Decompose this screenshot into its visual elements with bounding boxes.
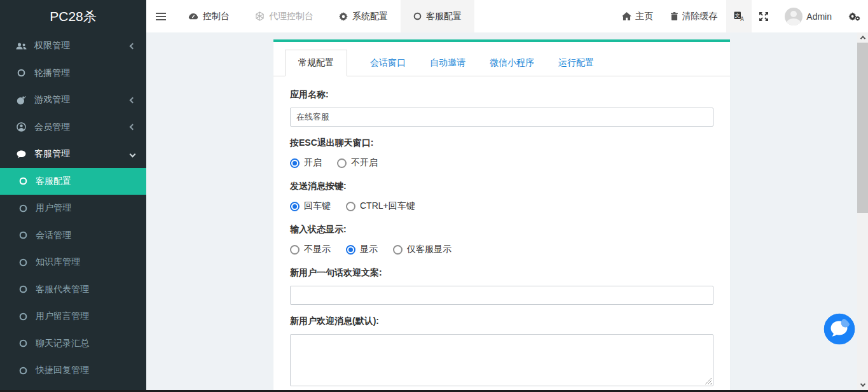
- sidebar-item-quick-replies[interactable]: 快捷回复管理: [0, 357, 146, 384]
- sidebar-item-games[interactable]: 游戏管理: [0, 87, 146, 114]
- sidebar-item-members[interactable]: 会员管理: [0, 114, 146, 141]
- vertical-scrollbar[interactable]: [857, 32, 868, 390]
- comment-icon: [14, 150, 28, 158]
- sidebar-item-cs-config[interactable]: 客服配置: [0, 168, 146, 195]
- sidebar-item-label: 会员管理: [34, 122, 70, 133]
- sidebar-item-label: 游戏管理: [34, 94, 70, 106]
- sidebar-item-label: 轮播管理: [34, 67, 70, 79]
- topbar-tab-dashboard[interactable]: 控制台: [176, 0, 242, 32]
- bomb-icon: [14, 95, 28, 105]
- circle-o-icon: [17, 339, 29, 347]
- radio-typing-cs-only[interactable]: 仅客服显示: [393, 244, 451, 255]
- one-line-welcome-label: 新用户一句话欢迎文案:: [290, 267, 713, 279]
- scrollbar-thumb[interactable]: [857, 43, 868, 213]
- sidebar-item-knowledge-base[interactable]: 知识库管理: [0, 249, 146, 276]
- language-switch-button[interactable]: 文A: [726, 0, 752, 32]
- app-name-input[interactable]: [290, 108, 713, 127]
- tab-chat-window[interactable]: 会话窗口: [369, 50, 407, 76]
- sidebar-item-user-messages[interactable]: 用户留言管理: [0, 303, 146, 330]
- radio-enter-key[interactable]: 回车键: [290, 200, 331, 212]
- scroll-down-arrow-icon[interactable]: [857, 380, 868, 390]
- one-line-welcome-group: 新用户一句话欢迎文案:: [290, 267, 713, 305]
- sidebar-item-label: 客服配置: [36, 176, 71, 187]
- clear-cache-label: 清除缓存: [682, 11, 717, 22]
- radio-icon: [290, 158, 300, 168]
- chat-widget-button[interactable]: [823, 312, 856, 346]
- circle-o-icon: [17, 231, 29, 239]
- hamburger-icon[interactable]: [146, 0, 176, 32]
- app-name-label: 应用名称:: [290, 89, 713, 101]
- avatar: [785, 8, 803, 25]
- settings-card: 常规配置 会话窗口 自动邀请 微信小程序 运行配置 应用名称: 按ESC退出聊天…: [273, 39, 730, 390]
- circle-o-icon: [413, 12, 422, 20]
- username: Admin: [806, 11, 832, 22]
- topbar-tab-label: 客服配置: [426, 11, 462, 22]
- circle-o-icon: [17, 367, 29, 375]
- home-icon: [622, 12, 631, 20]
- radio-icon: [337, 158, 347, 168]
- circle-o-icon: [14, 69, 28, 77]
- tab-runtime-config[interactable]: 运行配置: [557, 50, 595, 76]
- translate-icon: 文A: [734, 11, 744, 21]
- topbar-tab-label: 系统配置: [352, 11, 388, 22]
- fullscreen-icon: [759, 12, 768, 21]
- topbar-tab-system-config[interactable]: 系统配置: [326, 0, 401, 32]
- tab-general-config[interactable]: 常规配置: [285, 50, 347, 76]
- clear-cache-button[interactable]: 清除缓存: [662, 0, 726, 32]
- esc-exit-label: 按ESC退出聊天窗口:: [290, 137, 713, 149]
- topbar-tab-cs-config[interactable]: 客服配置: [401, 0, 474, 32]
- radio-typing-hide[interactable]: 不显示: [290, 244, 331, 255]
- fullscreen-button[interactable]: [752, 0, 776, 32]
- settings-tabs: 常规配置 会话窗口 自动邀请 微信小程序 运行配置: [273, 42, 730, 76]
- sidebar-item-label: 权限管理: [34, 40, 70, 52]
- users-icon: [14, 42, 28, 50]
- radio-label: 回车键: [304, 200, 331, 212]
- sidebar-item-user-mgmt[interactable]: 用户管理: [0, 195, 146, 222]
- radio-label: 不开启: [351, 157, 378, 169]
- radio-label: 仅客服显示: [407, 244, 451, 255]
- sidebar-item-session-mgmt[interactable]: 会话管理: [0, 222, 146, 249]
- topbar-tab-label: 代理控制台: [269, 11, 313, 22]
- sidebar-item-chat-records[interactable]: 聊天记录汇总: [0, 330, 146, 358]
- chat-bubble-icon: [823, 312, 856, 346]
- send-key-group: 发送消息按键: 回车键 CTRL+回车键: [290, 181, 713, 213]
- sidebar-item-label: 客服管理: [34, 148, 70, 160]
- circle-o-icon: [17, 204, 29, 213]
- radio-icon: [393, 245, 403, 255]
- radio-ctrl-enter-key[interactable]: CTRL+回车键: [346, 200, 415, 212]
- circle-o-icon: [17, 258, 29, 267]
- tab-auto-invite[interactable]: 自动邀请: [429, 50, 467, 76]
- radio-label: CTRL+回车键: [360, 200, 415, 212]
- sidebar-item-label: 会话管理: [36, 230, 71, 241]
- trash-icon: [671, 12, 678, 20]
- radio-icon: [346, 202, 355, 211]
- radio-typing-show[interactable]: 显示: [346, 244, 378, 255]
- general-config-form: 应用名称: 按ESC退出聊天窗口: 开启 不开启: [273, 76, 730, 390]
- topbar-tab-label: 控制台: [203, 11, 230, 22]
- radio-label: 显示: [360, 244, 378, 255]
- user-circle-icon: [14, 122, 28, 132]
- radio-esc-off[interactable]: 不开启: [337, 157, 378, 169]
- sidebar: PC28杀 权限管理 轮播管理 游戏管理 会员管理: [0, 0, 146, 392]
- scroll-up-arrow-icon[interactable]: [857, 32, 868, 43]
- welcome-message-textarea[interactable]: [290, 334, 713, 386]
- radio-esc-on[interactable]: 开启: [290, 157, 322, 169]
- chevron-left-icon: [130, 124, 136, 130]
- tab-wechat-miniprogram[interactable]: 微信小程序: [488, 50, 535, 76]
- sidebar-item-label: 客服代表管理: [36, 284, 89, 295]
- svg-text:A: A: [741, 17, 745, 22]
- settings-button[interactable]: [841, 0, 868, 32]
- one-line-welcome-input[interactable]: [290, 286, 713, 305]
- user-menu[interactable]: Admin: [776, 0, 841, 32]
- sidebar-item-permissions[interactable]: 权限管理: [0, 32, 146, 60]
- radio-label: 不显示: [304, 244, 331, 255]
- codepen-icon: [255, 11, 265, 21]
- sidebar-item-customer-service[interactable]: 客服管理: [0, 141, 146, 168]
- radio-icon: [290, 245, 300, 255]
- chevron-left-icon: [130, 43, 136, 49]
- topbar-tab-agent-console[interactable]: 代理控制台: [242, 0, 326, 32]
- home-button[interactable]: 主页: [613, 0, 662, 32]
- sidebar-item-carousel[interactable]: 轮播管理: [0, 60, 146, 87]
- sidebar-item-cs-reps[interactable]: 客服代表管理: [0, 276, 146, 304]
- gear-icon: [339, 12, 348, 21]
